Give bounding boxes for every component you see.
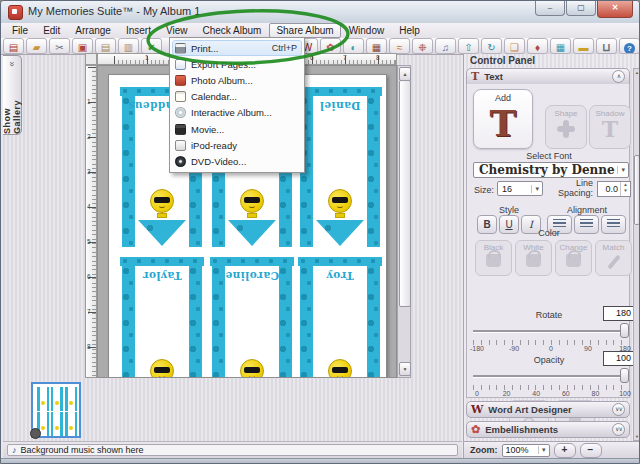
opacity-slider-handle[interactable] bbox=[620, 368, 629, 383]
menu-item-label: Photo Album... bbox=[191, 75, 297, 86]
menu-item-ipod-ready[interactable]: iPod-ready bbox=[172, 137, 302, 153]
menu-item-calendar[interactable]: Calendar... bbox=[172, 89, 302, 105]
clipboard-button[interactable]: ▥ bbox=[118, 38, 139, 54]
rotate-slider-handle[interactable] bbox=[620, 323, 629, 338]
add-shape-button[interactable]: ◐ bbox=[343, 38, 364, 54]
canvas-scrollbar[interactable]: ▲ ▼ bbox=[397, 65, 411, 378]
expand-chevron-icon[interactable]: ∨∨ bbox=[612, 403, 625, 416]
tick-label: 0 bbox=[475, 390, 479, 397]
maximize-button[interactable]: ▢ bbox=[566, 1, 596, 16]
imprint-button[interactable]: ❉ bbox=[412, 38, 433, 54]
menu-window[interactable]: Window bbox=[342, 23, 392, 38]
add-music-button[interactable]: ♫ bbox=[435, 38, 456, 54]
menu-insert[interactable]: Insert bbox=[119, 23, 158, 38]
store-cart-button[interactable]: ⊔ bbox=[596, 38, 617, 54]
color-match-button[interactable]: Match bbox=[595, 240, 632, 276]
rotate-value-box[interactable]: 180 bbox=[603, 306, 634, 321]
opacity-value-box[interactable]: 100 bbox=[603, 351, 634, 366]
text-section-icon: T bbox=[471, 70, 479, 83]
text-section-header[interactable]: T Text ∧ bbox=[466, 68, 630, 85]
new-album-button[interactable]: ▤ bbox=[3, 38, 24, 54]
add-ribbon-button[interactable]: ≈ bbox=[389, 38, 410, 54]
menu-share-album[interactable]: Share Album bbox=[269, 23, 340, 38]
bookmark[interactable]: Taylor bbox=[120, 257, 204, 378]
scroll-up-icon[interactable]: ▲ bbox=[634, 70, 640, 75]
zoom-in-button[interactable]: + bbox=[554, 443, 576, 458]
movie-icon bbox=[175, 124, 186, 135]
page-thumbnail[interactable] bbox=[31, 382, 81, 438]
align-objects-button[interactable]: ♦ bbox=[527, 38, 548, 54]
panel-scrollbar-thumb[interactable] bbox=[634, 155, 640, 225]
font-size-select[interactable]: 16 bbox=[497, 181, 543, 196]
bookmark-name: Daniel bbox=[313, 100, 367, 112]
check-album-button[interactable]: ✔ bbox=[141, 38, 162, 54]
menu-item-print[interactable]: Print...Ctrl+P bbox=[172, 40, 302, 56]
lego-stud bbox=[157, 213, 167, 218]
text-shape-button[interactable]: Shape bbox=[545, 105, 587, 149]
import-photo-button[interactable]: ⇧ bbox=[458, 38, 479, 54]
embellishments-section-header[interactable]: ✿Embellishments∨∨ bbox=[466, 421, 630, 438]
bookmark[interactable]: Troy bbox=[298, 257, 382, 378]
cut-button[interactable]: ✂ bbox=[49, 38, 70, 54]
opacity-slider[interactable] bbox=[473, 368, 629, 384]
refresh-photo-button[interactable]: ↻ bbox=[481, 38, 502, 54]
window-bottom-frame bbox=[1, 458, 639, 464]
menu-item-photo-album[interactable]: Photo Album... bbox=[172, 72, 302, 88]
help-button[interactable]: ? bbox=[619, 38, 640, 54]
title-bar[interactable]: My Memories Suite™ - My Album 1 –▢✕ bbox=[1, 1, 639, 24]
tick-label: -180 bbox=[470, 345, 484, 352]
window-controls: –▢✕ bbox=[534, 1, 633, 18]
expand-chevron-icon[interactable]: ∨∨ bbox=[612, 423, 625, 436]
scroll-down-icon[interactable]: ▼ bbox=[399, 362, 411, 376]
menu-arrange[interactable]: Arrange bbox=[68, 23, 118, 38]
menu-view[interactable]: View bbox=[159, 23, 195, 38]
word-art-designer-section-header[interactable]: WWord Art Designer∨∨ bbox=[466, 401, 630, 418]
paste-button[interactable]: ▤ bbox=[95, 38, 116, 54]
color-black-button[interactable]: Black bbox=[475, 240, 512, 276]
canvas-scrollbar-thumb[interactable] bbox=[399, 80, 411, 307]
pennant-triangle bbox=[316, 220, 364, 246]
menu-check-album[interactable]: Check Album bbox=[195, 23, 268, 38]
add-text-button[interactable]: Add T bbox=[473, 89, 533, 149]
menu-item-movie[interactable]: Movie... bbox=[172, 121, 302, 137]
section-label: Embellishments bbox=[485, 424, 612, 435]
ruler-button[interactable]: ▬ bbox=[573, 38, 594, 54]
panel-scrollbar[interactable]: ▲ ▼ bbox=[633, 68, 640, 441]
zoom-select[interactable]: 100% bbox=[502, 444, 550, 457]
scroll-up-icon[interactable]: ▲ bbox=[399, 67, 411, 81]
copy-button[interactable]: ▣ bbox=[72, 38, 93, 54]
zoom-out-button[interactable]: − bbox=[580, 443, 602, 458]
menu-edit[interactable]: Edit bbox=[36, 23, 67, 38]
bookmark-border-right bbox=[367, 265, 380, 378]
grid-layout-button[interactable]: ▦ bbox=[550, 38, 571, 54]
color-white-button[interactable]: White bbox=[515, 240, 552, 276]
collapse-chevron-icon[interactable]: ∧ bbox=[612, 70, 625, 83]
rotate-slider[interactable] bbox=[473, 323, 629, 339]
color-button-label: Match bbox=[596, 243, 631, 252]
application-window: My Memories Suite™ - My Album 1 –▢✕ File… bbox=[0, 0, 640, 464]
pennant-triangle bbox=[138, 220, 186, 246]
menu-help[interactable]: Help bbox=[392, 23, 427, 38]
stepper-arrows-icon[interactable]: ▲▼ bbox=[620, 182, 630, 196]
lego-head bbox=[240, 189, 264, 213]
embellishment-flower-button[interactable]: ✿ bbox=[320, 38, 341, 54]
font-select[interactable]: Chemistry by Denne bbox=[473, 162, 629, 178]
menu-item-interactive-album[interactable]: Interactive Album... bbox=[172, 105, 302, 121]
layers-button[interactable]: ❏ bbox=[504, 38, 525, 54]
show-gallery-tab[interactable]: » Show Gallery bbox=[3, 55, 22, 135]
bookmark[interactable]: Daniel bbox=[298, 87, 382, 247]
grid-layout-icon: ▦ bbox=[556, 41, 565, 54]
color-change-button[interactable]: Change bbox=[555, 240, 592, 276]
open-album-button[interactable]: ▰ bbox=[26, 38, 47, 54]
minimize-button[interactable]: – bbox=[535, 1, 565, 16]
menu-file[interactable]: File bbox=[5, 23, 35, 38]
menu-item-export-pages[interactable]: Export Pages... bbox=[172, 56, 302, 72]
tick-label: -90 bbox=[509, 345, 519, 352]
close-button[interactable]: ✕ bbox=[597, 1, 633, 18]
text-shadow-button[interactable]: Shadow T bbox=[589, 105, 631, 149]
bookmark[interactable]: Caroline bbox=[210, 257, 294, 378]
add-frame-button[interactable]: ▦ bbox=[366, 38, 387, 54]
line-spacing-stepper[interactable]: 0.0 ▲▼ bbox=[597, 181, 631, 197]
scroll-down-icon[interactable]: ▼ bbox=[634, 434, 640, 439]
menu-item-dvd-video[interactable]: DVD-Video... bbox=[172, 153, 302, 169]
